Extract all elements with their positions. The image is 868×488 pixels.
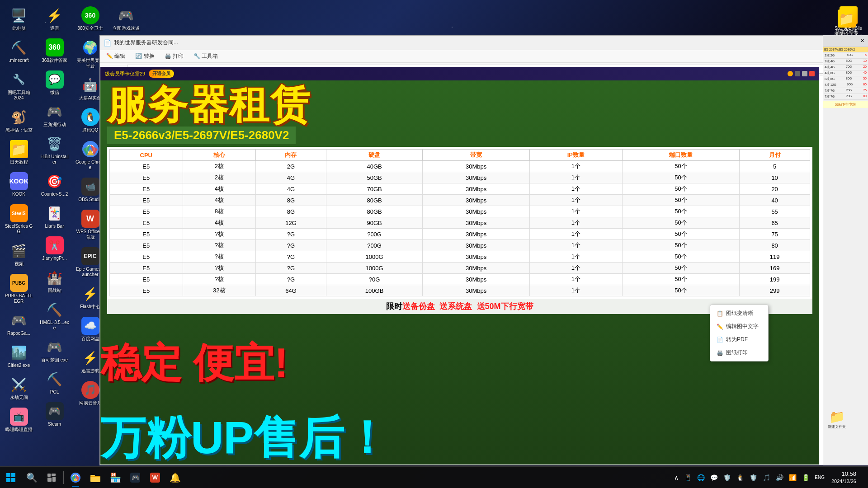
icon-yongwu[interactable]: ⚔️ 永劫无间 [2, 373, 36, 403]
pricing-table-section: CPU 核心 内存 硬盘 带宽 IP数量 端口数量 月付 E5 2核 2G [107, 147, 812, 299]
tray-shield[interactable]: 🛡️ [722, 472, 733, 483]
icon-kook[interactable]: KOOK KOOK [2, 169, 36, 200]
tray-wifi[interactable]: 📶 [787, 472, 798, 483]
taskbar-app-wps[interactable]: W [145, 468, 165, 488]
epic-icon: EPIC [81, 247, 99, 265]
icon-label-guizhan: 国战站 [48, 288, 61, 293]
toolbar-print[interactable]: 🖨️ 打印 [161, 52, 187, 61]
taskbar-app-antichat[interactable]: 🔔 [165, 468, 185, 488]
icon-baba[interactable]: 📺 哔哩哔哩直播 [2, 405, 36, 435]
ctx-item-to-pdf[interactable]: 📄 转为PDF [710, 333, 768, 346]
icon-ritian[interactable]: 📁 日天教程 [2, 137, 36, 168]
perfect-world-icon: 🌍 [81, 38, 99, 56]
icon-new-folder[interactable]: 📁 新建文件夹 [830, 7, 863, 37]
language-badge[interactable]: ENG [813, 475, 826, 480]
icon-minecraft[interactable]: ⛏️ .minecraft [2, 36, 36, 66]
icon-label-kook: KOOK [12, 192, 25, 197]
tray-volume[interactable]: 🔊 [774, 472, 785, 483]
browser-maximize-icon[interactable] [802, 71, 807, 76]
tray-qq[interactable]: 🐧 [735, 472, 746, 483]
vip-open-btn[interactable]: 开通会员 [149, 70, 174, 78]
tray-phone[interactable]: 📱 [682, 472, 693, 483]
tray-battery[interactable]: 🔋 [800, 472, 811, 483]
taskbar-app-chrome[interactable] [66, 468, 85, 488]
icon-wechat[interactable]: 💬 微信 [38, 68, 71, 98]
show-desktop-btn[interactable] [862, 476, 864, 479]
icon-cs2[interactable]: 🎯 Counter-S...2 [38, 169, 71, 200]
right-panel-close[interactable]: ✕ [858, 38, 866, 44]
icon-triangle[interactable]: 🎮 三角洲行动 [38, 100, 71, 130]
fans-text: 万粉UP售后！ [100, 415, 389, 460]
minecraft-icon: ⛏️ [10, 38, 28, 56]
ctx-item-edit-text[interactable]: ✏️ 编辑图中文字 [710, 320, 768, 333]
icon-guizhan[interactable]: 🏰 国战站 [38, 266, 71, 296]
icon-hmcl[interactable]: ⛏️ HMCL-3.5...exe [38, 298, 71, 333]
right-panel-row: 4核 8G80G40 [824, 70, 868, 76]
taskbar-app-explorer[interactable] [85, 468, 105, 488]
icon-label-obs: OBS Studio [78, 197, 102, 202]
toolbar-convert[interactable]: 🔄 转换 [132, 52, 158, 61]
icon-label-baike: 百可梦启.exe [41, 357, 68, 363]
table-row: E5 ?核 ?G ?0G 30Mbps 1个 50个 199 [110, 274, 810, 285]
ctx-label-print: 图纸打印 [726, 349, 748, 357]
qq-icon: 🐧 [81, 108, 99, 126]
ctx-item-print[interactable]: 🖨️ 图纸打印 [710, 346, 768, 359]
this-pc-icon: 🖥️ [10, 6, 28, 24]
icon-heishen[interactable]: 🐒 黑神话：悟空 [2, 105, 36, 136]
tray-chevron[interactable]: ∧ [672, 472, 680, 483]
vip-bar-text: 级会员季卡仅需29 [105, 70, 145, 77]
icon-cities2[interactable]: 🏙️ Cities2.exe [2, 341, 36, 371]
desktop-icons-left: 🖥️ 此电脑 ⛏️ .minecraft 🔧 图吧工具箱2024 🐒 黑神话：悟… [0, 0, 102, 443]
edit-text-icon: ✏️ [717, 324, 723, 330]
icon-rapoo[interactable]: 🎮 RapooGa... [2, 309, 36, 339]
icon-jianying[interactable]: ✂️ JianyingPr... [38, 234, 71, 264]
clock[interactable]: 10:58 2024/12/26 [828, 470, 860, 484]
svg-rect-16 [90, 476, 100, 477]
icon-pubg[interactable]: PUBG PUBG BATTLEGR [2, 271, 36, 307]
to-pdf-icon: 📄 [717, 337, 723, 343]
desktop: 🖥️ 此电脑 ⛏️ .minecraft 🔧 图吧工具箱2024 🐒 黑神话：悟… [0, 0, 868, 488]
browser-close-icon[interactable] [809, 71, 815, 76]
icon-tubar[interactable]: 🔧 图吧工具箱2024 [2, 68, 36, 103]
icon-360safe[interactable]: 360 360安全卫士 [73, 4, 107, 34]
icon-hibit[interactable]: 🗑️ HiBit Uninstaller [38, 132, 71, 168]
icon-video[interactable]: 🎬 视频 [2, 239, 36, 269]
icon-label-hulei: 迅雷 [50, 26, 59, 31]
context-menu: 📋 图纸变清晰 ✏️ 编辑图中文字 📄 转为PDF 🖨️ 图纸打印 [710, 305, 769, 361]
table-row: E5 ?核 ?G 1000G 30Mbps 1个 50个 169 [110, 263, 810, 274]
taskbar-app-store[interactable]: 🏪 [105, 468, 125, 488]
icon-lijiyou[interactable]: 🎮 立即游戏速道 [109, 4, 143, 34]
tray-chat[interactable]: 💬 [708, 472, 720, 483]
taskbar-app-steam[interactable]: 🎮 [125, 468, 145, 488]
start-button[interactable] [0, 467, 22, 488]
icon-label-pubg: PUBG BATTLEGR [4, 293, 34, 304]
right-panel-new-folder[interactable]: 📁 新建文件夹 [828, 409, 846, 429]
icon-steelseries[interactable]: SteelS SteelSeries GG [2, 202, 36, 237]
icon-baike[interactable]: 🎮 百可梦启.exe [38, 335, 71, 366]
table-row: E5 ?核 ?G 1000G 30Mbps 1个 50个 119 [110, 251, 810, 263]
browser-minimize-icon[interactable] [795, 71, 800, 76]
icon-pcl[interactable]: ⛏️ PCL [38, 367, 71, 398]
browser-pin-icon[interactable] [788, 71, 793, 76]
tray-antivirus[interactable]: 🛡️ [748, 472, 759, 483]
ctx-item-clarify[interactable]: 📋 图纸变清晰 [710, 307, 768, 320]
server-models: E5-2666v3/E5-2697V/E5-2680V2 [107, 127, 296, 144]
tray-music[interactable]: 🎵 [761, 472, 772, 483]
icon-this-pc[interactable]: 🖥️ 此电脑 [2, 4, 36, 34]
toolbar-tools[interactable]: 🔧 工具箱 [190, 52, 222, 61]
taskbar-task-view[interactable] [42, 468, 61, 488]
icon-liars-bar[interactable]: 🃏 Liar's Bar [38, 202, 71, 232]
video-icon: 🎬 [10, 242, 28, 260]
icon-label-liars-bar: Liar's Bar [45, 224, 64, 229]
hulei-icon: ⚡ [46, 6, 64, 24]
icon-hulei[interactable]: ⚡ 迅雷 [38, 4, 71, 34]
svg-rect-3 [6, 473, 10, 477]
icon-steam[interactable]: 🎮 Steam [38, 399, 71, 430]
taskbar-search[interactable]: 🔍 [22, 468, 42, 488]
obs-icon: 📹 [81, 178, 99, 196]
tray-network[interactable]: 🌐 [695, 472, 707, 483]
toolbar-edit[interactable]: ✏️ 编辑 [103, 52, 129, 61]
pcl-icon: ⛏️ [46, 370, 64, 388]
icon-label-baba: 哔哩哔哩直播 [5, 427, 33, 432]
icon-360guard[interactable]: 360 360软件管家 [38, 36, 71, 66]
